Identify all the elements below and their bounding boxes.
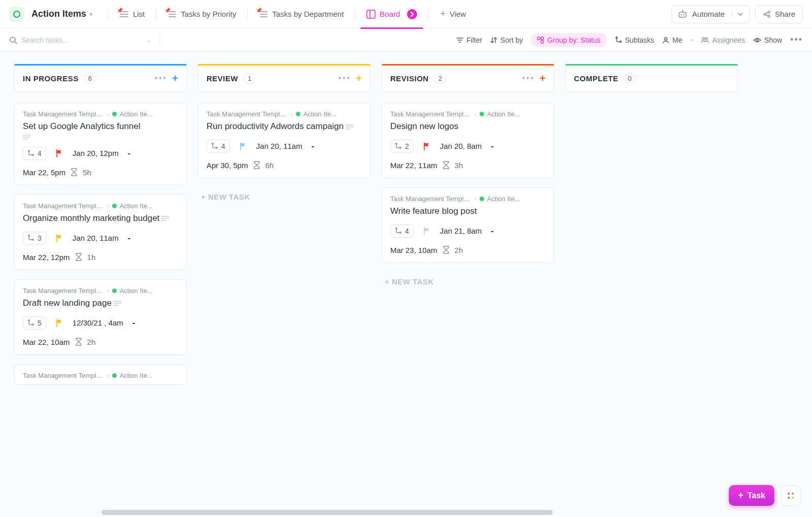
end-date[interactable]: Mar 22, 11am [390,161,437,170]
scrollbar-horizontal[interactable] [101,510,680,515]
end-date[interactable]: Mar 22, 10am [23,338,70,346]
end-date[interactable]: Mar 23, 10am [390,246,437,254]
board-scroll[interactable]: IN PROGRESS 6 ••• + Task Management Temp… [0,52,812,517]
column-review: REVIEW 1 ••• + Task Management Templat..… [198,64,370,385]
chevron-right-icon: › [475,196,477,202]
subtasks-button[interactable]: Subtasks [615,36,655,44]
priority-flag-icon[interactable] [55,149,63,157]
automate-button[interactable]: Automate [671,5,750,23]
column-menu-icon[interactable]: ••• [154,73,167,84]
card-breadcrumb[interactable]: Task Management Templat... › Action Ite.… [23,110,178,118]
more-icon[interactable]: ••• [790,35,803,45]
svg-point-5 [120,14,120,14]
column-menu-icon[interactable]: ••• [522,73,534,84]
time-estimate[interactable]: 3h [455,161,463,170]
column-header[interactable]: REVISION 2 ••• + [382,64,554,92]
subtask-icon [27,235,35,242]
priority-flag-icon[interactable] [239,142,247,150]
svg-rect-15 [679,12,686,17]
new-task-button[interactable]: + NEW TASK [382,272,554,291]
page-title[interactable]: Action Items [31,9,86,19]
breadcrumb-list: Action Ite... [303,110,336,118]
priority-flag-icon[interactable] [423,227,431,235]
column-header[interactable]: COMPLETE 0 [565,64,738,92]
card-title: Set up Google Analytics funnel [23,121,178,133]
add-view-button[interactable]: + View [434,6,472,22]
cards-list: Task Management Templat... › Action Ite.… [382,103,554,291]
breadcrumb-template: Task Management Templat... [23,202,104,210]
svg-point-36 [702,37,704,39]
end-date[interactable]: Apr 30, 5pm [207,161,248,170]
add-card-button[interactable]: + [356,73,362,84]
svg-point-65 [788,497,790,499]
task-card[interactable]: Task Management Templat... › Action Ite.… [382,103,554,178]
separator [159,35,160,45]
task-card[interactable]: Task Management Templat... › Action Ite.… [14,103,187,185]
column-header[interactable]: IN PROGRESS 6 ••• + [14,64,187,92]
show-button[interactable]: Show [753,36,782,44]
due-date[interactable]: Jan 21, 8am [440,227,482,235]
due-date[interactable]: Jan 20, 12pm [73,149,119,157]
search-input[interactable] [21,36,113,44]
svg-point-60 [400,147,401,149]
hourglass-icon [253,161,260,169]
card-breadcrumb[interactable]: Task Management Templat... › Action Ite.… [23,372,178,379]
subtask-count[interactable]: 4 [207,140,230,153]
robot-icon [678,10,687,19]
card-breadcrumb[interactable]: Task Management Templat... › Action Ite.… [390,195,546,203]
apps-button[interactable] [781,486,801,506]
add-card-button[interactable]: + [172,73,178,84]
time-estimate[interactable]: 2h [455,246,463,254]
view-department[interactable]: 📌 Tasks by Department [253,7,350,21]
task-card[interactable]: Task Management Templat... › Action Ite.… [14,364,187,385]
time-estimate[interactable]: 5h [83,168,91,177]
subtask-count[interactable]: 3 [23,232,46,245]
time-estimate[interactable]: 6h [265,161,274,170]
subtask-count[interactable]: 4 [390,224,414,238]
chevron-down-icon[interactable]: ⌄ [146,37,151,44]
assignees-button[interactable]: Assignees [701,36,745,44]
due-date[interactable]: Jan 20, 11am [73,234,119,242]
svg-point-38 [756,39,758,41]
column-header[interactable]: REVIEW 1 ••• + [198,64,370,92]
priority-flag-icon[interactable] [423,142,431,150]
time-estimate[interactable]: 1h [87,253,96,262]
task-card[interactable]: Task Management Templat... › Action Ite.… [198,103,370,178]
due-date[interactable]: 12/30/21 , 4am [73,318,123,327]
sort-button[interactable]: Sort by [490,36,523,44]
card-breadcrumb[interactable]: Task Management Templat... › Action Ite.… [390,110,546,118]
priority-flag-icon[interactable] [55,319,63,327]
end-date[interactable]: Mar 22, 12pm [23,253,70,262]
column-count: 0 [623,74,636,83]
card-breadcrumb[interactable]: Task Management Templat... › Action Ite.… [23,202,178,210]
task-card[interactable]: Task Management Templat... › Action Ite.… [14,279,187,355]
me-button[interactable]: Me [662,36,682,44]
add-card-button[interactable]: + [539,73,546,84]
due-date[interactable]: Jan 20, 8am [440,142,482,150]
title-caret-icon[interactable]: ▼ [88,11,94,17]
subtask-count[interactable]: 5 [23,316,46,330]
end-date[interactable]: Mar 22, 5pm [23,168,65,177]
card-breadcrumb[interactable]: Task Management Templat... › Action Ite.… [23,287,178,295]
new-task-button[interactable]: + NEW TASK [198,187,370,206]
card-breadcrumb[interactable]: Task Management Templat... › Action Ite.… [207,110,362,118]
time-estimate[interactable]: 2h [87,338,96,346]
chevron-down-icon[interactable] [732,11,743,17]
view-list[interactable]: 📌 List [114,7,151,21]
share-button[interactable]: Share [755,5,803,23]
board-expand-icon[interactable] [407,9,417,19]
new-task-fab[interactable]: + Task [729,485,774,506]
search-wrap[interactable]: ⌄ [9,36,151,44]
task-card[interactable]: Task Management Templat... › Action Ite.… [382,187,554,263]
groupby-button[interactable]: Group by: Status [531,33,606,47]
view-priority[interactable]: 📌 Tasks by Priority [161,7,242,21]
subtask-count[interactable]: 4 [23,147,46,160]
view-board[interactable]: Board [360,6,423,22]
subtask-count[interactable]: 2 [390,140,414,153]
priority-flag-icon[interactable] [55,234,63,242]
me-label: Me [672,36,682,44]
task-card[interactable]: Task Management Templat... › Action Ite.… [14,195,187,270]
column-menu-icon[interactable]: ••• [338,73,351,84]
due-date[interactable]: Jan 20, 11am [256,142,302,150]
filter-button[interactable]: Filter [456,36,482,44]
